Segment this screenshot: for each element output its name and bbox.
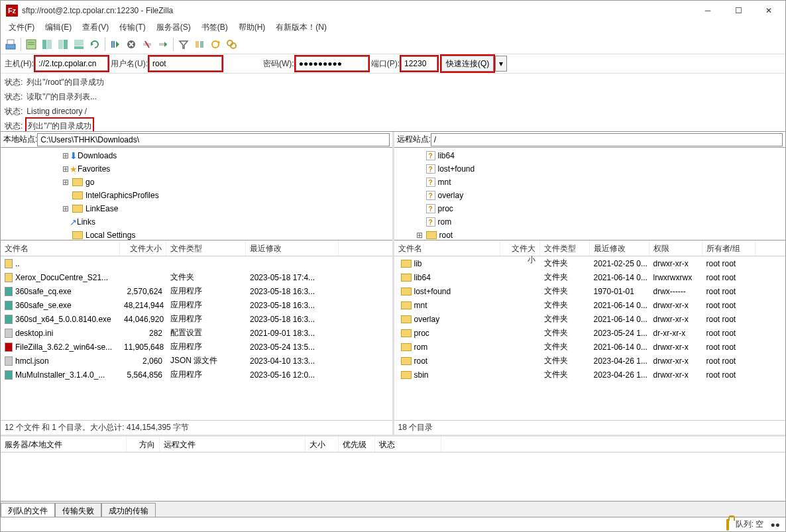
local-file-list[interactable]: 文件名文件大小文件类型最近修改 ..Xerox_DocuCentre_S21..…	[1, 240, 392, 420]
file-row[interactable]: mnt文件夹2021-06-14 0...drwxr-xr-xroot root	[394, 298, 786, 312]
reconnect-icon[interactable]	[156, 37, 170, 52]
tree-item[interactable]: ⊞go	[2, 176, 391, 189]
file-owner: root root	[702, 315, 756, 324]
column-header[interactable]: 最近修改	[246, 240, 339, 256]
menu-item[interactable]: 帮助(H)	[233, 22, 271, 33]
file-row[interactable]: hmcl.json2,060JSON 源文件2023-04-10 13:3...	[1, 354, 392, 368]
expand-icon[interactable]: ⊞	[416, 231, 423, 240]
close-button[interactable]: ✕	[754, 1, 784, 21]
queue-tab[interactable]: 列队的文件	[1, 503, 55, 517]
tree-item[interactable]: ?lib64	[396, 149, 785, 162]
message-log[interactable]: 状态:列出"/root"的目录成功状态:读取"/"的目录列表...状态:List…	[1, 74, 785, 132]
queue-tab[interactable]: 传输失败	[55, 503, 101, 517]
tree-item[interactable]: ⊞★Favorites	[2, 162, 391, 176]
column-header[interactable]: 文件大小	[500, 240, 540, 256]
sync-browse-icon[interactable]	[208, 37, 223, 52]
queue-tab[interactable]: 成功的传输	[101, 503, 156, 517]
column-header[interactable]: 服务器/本地文件	[1, 437, 127, 452]
file-row[interactable]: overlay文件夹2021-06-14 0...drwxr-xr-xroot …	[394, 312, 786, 326]
file-row[interactable]: Xerox_DocuCentre_S21...文件夹2023-05-18 17:…	[1, 270, 392, 284]
expand-icon[interactable]: ⊞	[62, 178, 70, 187]
column-header[interactable]: 文件类型	[540, 240, 590, 256]
column-header[interactable]: 方向	[127, 437, 160, 452]
local-tree[interactable]: ⊞⬇Downloads⊞★Favorites⊞go IntelGraphicsP…	[1, 148, 392, 240]
password-input[interactable]	[296, 56, 368, 71]
disconnect-icon[interactable]	[140, 37, 154, 52]
column-header[interactable]: 优先级	[339, 437, 375, 452]
file-row[interactable]: lib64文件夹2021-06-14 0...lrwxrwxrwxroot ro…	[394, 270, 786, 284]
maximize-button[interactable]: ☐	[723, 1, 754, 21]
expand-icon[interactable]: ⊞	[62, 204, 70, 213]
file-name: 360safe_se.exe	[15, 301, 72, 310]
toggle-queue-icon[interactable]	[72, 37, 86, 52]
quickconnect-button[interactable]: 快速连接(Q)	[441, 56, 494, 72]
column-header[interactable]: 权限	[649, 240, 702, 256]
log-row: 状态:列出"/root"的目录成功	[5, 75, 781, 89]
file-row[interactable]: sbin文件夹2023-04-26 1...drwxr-xr-xroot roo…	[394, 368, 786, 382]
menu-item[interactable]: 服务器(S)	[151, 22, 196, 33]
remote-file-list[interactable]: 文件名文件大小文件类型最近修改权限所有者/组 lib文件夹2021-02-25 …	[394, 240, 786, 420]
menu-item[interactable]: 书签(B)	[196, 22, 233, 33]
column-header[interactable]: 最近修改	[590, 240, 649, 256]
column-header[interactable]: 大小	[306, 437, 339, 452]
site-manager-icon[interactable]	[3, 37, 18, 52]
host-input[interactable]	[35, 56, 108, 71]
lock-icon[interactable]	[726, 520, 729, 529]
file-row[interactable]: FileZilla_3.62.2_win64-se...11,905,648应用…	[1, 340, 392, 354]
file-row[interactable]: 360sd_x64_5.0.0.8140.exe44,046,920应用程序20…	[1, 312, 392, 326]
file-row[interactable]: desktop.ini282配置设置2021-09-01 18:3...	[1, 326, 392, 340]
cancel-icon[interactable]	[124, 37, 139, 52]
tree-item[interactable]: ⊞root	[396, 229, 785, 240]
column-header[interactable]: 远程文件	[160, 437, 306, 452]
tree-item[interactable]: ⊞LinkEase	[2, 202, 391, 215]
process-queue-icon[interactable]	[108, 37, 123, 52]
tree-item[interactable]: ?overlay	[396, 189, 785, 202]
column-header[interactable]: 所有者/组	[702, 240, 756, 256]
tree-item[interactable]: ↗Links	[2, 215, 391, 229]
local-path-input[interactable]	[37, 133, 389, 146]
column-header[interactable]: 文件类型	[166, 240, 246, 256]
compare-icon[interactable]	[192, 37, 207, 52]
column-header[interactable]: 状态	[375, 437, 441, 452]
tree-item[interactable]: IntelGraphicsProfiles	[2, 189, 391, 202]
expand-icon[interactable]: ⊞	[62, 164, 70, 174]
search-icon[interactable]	[224, 37, 239, 52]
column-header[interactable]: 文件名	[1, 240, 120, 256]
menu-item[interactable]: 编辑(E)	[40, 22, 77, 33]
file-row[interactable]: rom文件夹2021-06-14 0...drwxr-xr-xroot root	[394, 340, 786, 354]
svg-rect-0	[6, 44, 15, 49]
file-row[interactable]: 360safe_cq.exe2,570,624应用程序2023-05-18 16…	[1, 284, 392, 298]
file-row[interactable]: root文件夹2023-04-26 1...drwxr-xr-xroot roo…	[394, 354, 786, 368]
remote-path-input[interactable]	[431, 133, 783, 146]
menu-item[interactable]: 有新版本！(N)	[270, 22, 332, 33]
tree-item[interactable]: ?mnt	[396, 176, 785, 189]
filter-icon[interactable]	[176, 37, 191, 52]
tree-item[interactable]: ?proc	[396, 202, 785, 215]
file-icon	[5, 370, 13, 380]
remote-tree[interactable]: ?lib64 ?lost+found ?mnt ?overlay ?proc ?…	[394, 148, 786, 240]
file-row[interactable]: proc文件夹2023-05-24 1...dr-xr-xr-xroot roo…	[394, 326, 786, 340]
tree-item[interactable]: ?rom	[396, 215, 785, 229]
column-header[interactable]: 文件大小	[120, 240, 166, 256]
minimize-button[interactable]: ─	[693, 1, 723, 21]
file-row[interactable]: lost+found文件夹1970-01-01drwx------root ro…	[394, 284, 786, 298]
menu-item[interactable]: 传输(T)	[114, 22, 150, 33]
file-row[interactable]: 360safe_se.exe48,214,944应用程序2023-05-18 1…	[1, 298, 392, 312]
menu-item[interactable]: 查看(V)	[77, 22, 114, 33]
tree-item[interactable]: ⊞⬇Downloads	[2, 149, 391, 162]
toggle-remote-tree-icon[interactable]	[56, 37, 70, 52]
tree-item[interactable]: Local Settings	[2, 229, 391, 240]
menu-item[interactable]: 文件(F)	[3, 22, 40, 33]
file-row[interactable]: MuMuInstaller_3.1.4.0_...5,564,856应用程序20…	[1, 368, 392, 382]
column-header[interactable]: 文件名	[394, 240, 500, 256]
toggle-local-tree-icon[interactable]	[40, 37, 54, 52]
file-row[interactable]: lib文件夹2021-02-25 0...drwxr-xr-xroot root	[394, 256, 786, 270]
tree-item[interactable]: ?lost+found	[396, 162, 785, 176]
toggle-log-icon[interactable]	[24, 37, 38, 52]
refresh-icon[interactable]	[87, 37, 102, 52]
quickconnect-dropdown[interactable]: ▾	[495, 56, 507, 72]
expand-icon[interactable]: ⊞	[62, 151, 70, 160]
port-input[interactable]	[401, 56, 437, 71]
file-row[interactable]: ..	[1, 256, 392, 270]
username-input[interactable]	[149, 56, 222, 71]
